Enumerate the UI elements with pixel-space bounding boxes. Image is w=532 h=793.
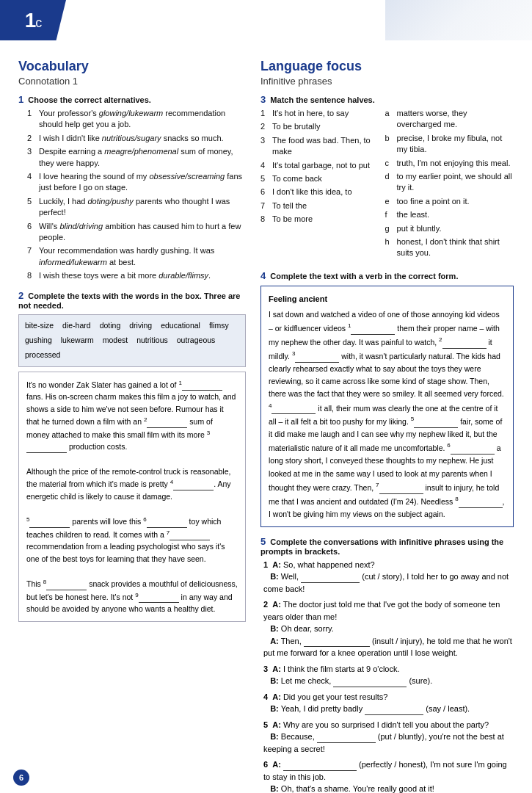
main-content: Vocabulary Connotation 1 1 Choose the co… — [0, 51, 532, 793]
exercise-1: 1 Choose the correct alternatives. 1 You… — [18, 94, 246, 281]
ex1-items: 1 Your professor's glowing/lukewarm reco… — [27, 108, 246, 281]
list-item: a matters worse, they overcharged me. — [385, 108, 514, 131]
list-item: 3 The food was bad. Then, to make — [260, 135, 378, 158]
ex3-instruction: Match the sentence halves. — [268, 95, 375, 104]
list-item: 6 I don't like this idea, to — [260, 187, 378, 198]
exercise-4: 4 Complete the text with a verb in the c… — [260, 270, 514, 527]
word-box: bite-size die-hard doting driving educat… — [18, 314, 246, 367]
ex2-number: 2 — [18, 290, 23, 301]
ancient-box-text: I sat down and watched a video of one of… — [269, 308, 506, 521]
list-item: 8 To be more — [260, 214, 378, 225]
ex4-number: 4 — [260, 270, 266, 281]
ex1-instruction: Choose the correct alternatives. — [26, 95, 151, 104]
list-item: c truth, I'm not enjoying this meal. — [385, 158, 514, 169]
ex3-number: 3 — [260, 94, 266, 105]
chapter-letter: c — [35, 15, 41, 30]
list-item: f the least. — [385, 209, 514, 220]
list-item: b precise, I broke my fibula, not my tib… — [385, 133, 514, 156]
feeling-ancient-box: Feeling ancient I sat down and watched a… — [260, 286, 514, 527]
match-left-col: 1 It's hot in here, to say 2 To be bruta… — [260, 108, 378, 261]
exercise-2: 2 Complete the texts with the words in t… — [18, 290, 246, 622]
conv-item-2: 2 A: The doctor just told me that I've g… — [263, 598, 514, 659]
ex2-instruction: Complete the texts with the words in the… — [18, 292, 240, 310]
list-item: 5 To come back — [260, 173, 378, 184]
list-item: 7 Your recommendation was hardly gushing… — [27, 245, 246, 268]
page-number: 6 — [13, 770, 29, 786]
header-decoration — [385, 0, 532, 40]
chapter-header: 1c — [0, 0, 66, 40]
left-column: Vocabulary Connotation 1 1 Choose the co… — [18, 59, 246, 793]
list-item: d to my earlier point, we should all try… — [385, 171, 514, 194]
list-item: 4 It's total garbage, not to put — [260, 160, 378, 171]
list-item: 8 I wish these toys were a bit more dura… — [27, 270, 246, 281]
list-item: 2 I wish I didn't like nutritious/sugary… — [27, 133, 246, 144]
list-item: e too fine a point on it. — [385, 196, 514, 207]
match-table: 1 It's hot in here, to say 2 To be bruta… — [260, 108, 514, 261]
list-item: h honest, I don't think that shirt suits… — [385, 236, 514, 259]
ex5-instruction: Complete the conversations with infiniti… — [260, 537, 503, 556]
ancient-box-title: Feeling ancient — [269, 292, 506, 305]
conv-item-6: 6 A: (perfectly / honest), I'm not sure … — [263, 758, 514, 793]
vocabulary-subtitle: Connotation 1 — [18, 76, 246, 87]
list-item: 5 Luckily, I had doting/pushy parents wh… — [27, 196, 246, 219]
match-right-col: a matters worse, they overcharged me. b … — [385, 108, 514, 261]
list-item: 1 It's hot in here, to say — [260, 108, 378, 119]
language-focus-title: Language focus — [260, 59, 514, 74]
conversations-list: 1 A: So, what happened next? B: Well, (c… — [263, 559, 514, 793]
exercise-5: 5 Complete the conversations with infini… — [260, 536, 514, 793]
chapter-number: 1c — [25, 9, 42, 32]
word-list: bite-size die-hard doting driving educat… — [25, 319, 239, 362]
fill-text-box-1: It's no wonder Zak Slater has gained a l… — [18, 372, 246, 622]
language-focus-subtitle: Infinitive phrases — [260, 76, 514, 87]
list-item: 1 Your professor's glowing/lukewarm reco… — [27, 108, 246, 131]
conv-item-3: 3 A: I think the film starts at 9 o'cloc… — [263, 663, 514, 687]
right-column: Language focus Infinitive phrases 3 Matc… — [260, 59, 514, 793]
vocabulary-title: Vocabulary — [18, 59, 246, 74]
ex1-number: 1 — [18, 94, 23, 105]
conv-item-5: 5 A: Why are you so surprised I didn't t… — [263, 719, 514, 756]
ex5-number: 5 — [260, 536, 266, 547]
list-item: 6 Will's blind/driving ambition has caus… — [27, 221, 246, 244]
list-item: 7 To tell the — [260, 200, 378, 211]
ex4-instruction: Complete the text with a verb in the cor… — [268, 272, 458, 280]
list-item: 3 Despite earning a meagre/phenomenal su… — [27, 146, 246, 169]
conv-item-4: 4 A: Did you get your test results? B: Y… — [263, 691, 514, 715]
list-item: g put it bluntly. — [385, 223, 514, 234]
list-item: 2 To be brutally — [260, 121, 378, 132]
list-item: 4 I love hearing the sound of my obsessi… — [27, 171, 246, 194]
exercise-3: 3 Match the sentence halves. 1 It's hot … — [260, 94, 514, 261]
conv-item-1: 1 A: So, what happened next? B: Well, (c… — [263, 559, 514, 595]
